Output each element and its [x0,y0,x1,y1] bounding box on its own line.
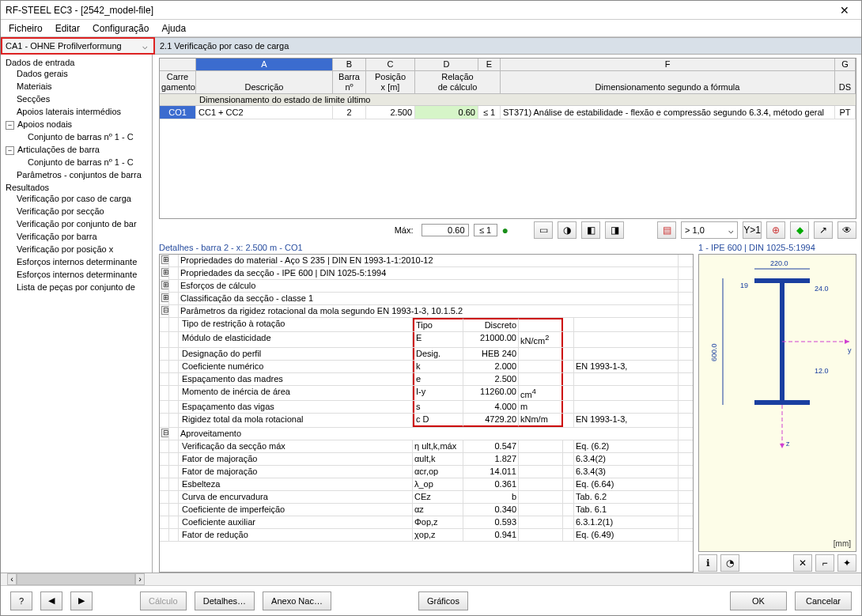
tool-icon[interactable]: ◨ [605,221,624,239]
col-head: Barranº [333,71,366,94]
tool-icon[interactable]: ⊕ [766,221,785,239]
svg-text:24.0: 24.0 [815,285,829,293]
window-title: RF-STEEL EC3 - [2542_model-file] [6,5,833,16]
tree-item[interactable]: Lista de peças por conjunto de [17,281,150,293]
expand-icon[interactable]: ⊟ [161,306,169,315]
tree-item[interactable]: Parâmetros - conjuntos de barra [17,168,150,181]
unit-label: [mm] [834,539,851,548]
eye-icon[interactable]: 👁 [837,221,856,239]
grid-data-row[interactable]: CO1 CC1 + CC2 2 2.500 0.60 ≤ 1 ST371) An… [160,106,856,119]
tree-item[interactable]: Conjunto de barras nº 1 - C [28,156,150,168]
details-row[interactable]: Tipo de restrição à rotaçãoTipoDiscreto [160,318,693,332]
tree-item[interactable]: Conjunto de barras nº 1 - C [28,130,150,143]
expand-icon[interactable]: ⊞ [161,281,169,289]
tool-icon[interactable]: ◑ [558,221,577,239]
details-row[interactable]: Espaçamento das madrese2.500 [160,373,693,386]
tool-icon[interactable]: Y>1 [743,221,762,239]
nav-tree[interactable]: Dados de entrada Dados gerais Materiais … [1,55,153,573]
collapse-icon[interactable]: − [6,121,14,130]
grid-toolbar: Máx: 0.60 ≤ 1 ● ▭ ◑ ◧ ◨ ▤ > 1,0⌵ Y>1 ⊕ ◆… [159,219,856,241]
graphics-button[interactable]: Gráficos [418,591,468,610]
tree-item[interactable]: Apoios laterais intermédios [17,105,150,118]
col-letter: B [333,59,366,71]
menu-config[interactable]: Configuração [93,23,149,34]
details-row[interactable]: Momento de inércia de áreaI-y11260.00cm4 [160,386,693,402]
details-button[interactable]: Detalhes… [195,591,255,610]
details-row[interactable]: Esbeltezaλ_op0.361Eq. (6.64) [160,478,693,491]
cancel-button[interactable]: Cancelar [795,591,852,610]
tool-icon[interactable]: ◔ [720,554,739,572]
details-row[interactable]: Verificação da secção máxη ult,k,máx0.54… [160,440,693,453]
tool-icon[interactable]: ⌐ [815,554,834,572]
tree-item[interactable]: Esforços internos determinante [17,268,150,281]
details-row[interactable]: Fator de reduçãoχop,z0.941Eq. (6.49) [160,529,693,542]
tree-item[interactable]: Secções [17,93,150,105]
details-row[interactable]: Coeficiente auxiliarΦop,z0.5936.3.1.2(1) [160,516,693,529]
tree-item[interactable]: Verificação por barra [17,230,150,243]
details-table[interactable]: ⊞Propriedades do material - Aço S 235 | … [159,254,694,573]
nav-prev-button[interactable]: ◀ [40,591,62,610]
tool-icon[interactable]: ▭ [534,221,553,239]
expand-icon[interactable]: ⊞ [161,293,169,302]
details-row[interactable]: Fator de majoraçãoαult,k1.8276.3.4(2) [160,453,693,466]
menu-help[interactable]: Ajuda [161,23,186,34]
annex-button[interactable]: Anexo Nac… [263,591,331,610]
expand-icon[interactable]: ⊟ [161,429,169,437]
col-letter: E [478,59,501,71]
details-row[interactable]: ⊞Propriedades da secção - IPE 600 | DIN … [160,267,693,280]
details-row[interactable]: Curva de encurvaduraCEzbTab. 6.2 [160,491,693,504]
tree-item[interactable]: Verificação por caso de carga [17,192,150,205]
ok-button[interactable]: OK [730,591,787,610]
details-row[interactable]: ⊞Propriedades do material - Aço S 235 | … [160,255,693,267]
check-ok-icon: ● [502,224,509,236]
expand-icon[interactable]: ⊞ [161,255,169,264]
tool-icon[interactable]: ◆ [790,221,809,239]
h-scrollbar[interactable]: ‹ › [1,573,861,585]
menu-file[interactable]: Ficheiro [9,23,43,34]
max-le: ≤ 1 [474,224,497,236]
tree-item[interactable]: Esforços internos determinante [17,255,150,268]
calc-button[interactable]: Cálculo [140,591,187,610]
details-row[interactable]: Coeficiente numéricok2.000EN 1993-1-3, [160,361,693,373]
details-row[interactable]: ⊟Parâmetros da rigidez rotacional da mol… [160,305,693,318]
details-row[interactable]: Fator de majoraçãoαcr,op14.0116.3.4(3) [160,466,693,478]
details-row[interactable]: ⊞Esforços de cálculo [160,280,693,293]
help-button[interactable]: ? [10,591,32,610]
details-row[interactable]: Coeficiente de imperfeiçãoαz0.340Tab. 6.… [160,504,693,516]
tree-item[interactable]: Dados gerais [17,67,150,80]
tree-item[interactable]: Materiais [17,80,150,93]
svg-text:z: z [786,440,790,448]
filter-icon[interactable]: ▤ [657,221,676,239]
results-grid[interactable]: A B C D E F G Carregamento Descrição Bar… [159,58,856,219]
filter-select[interactable]: > 1,0⌵ [681,221,738,239]
section-preview[interactable]: 220.0 600.0 19 24.0 12.0 y z [698,254,856,552]
design-case-value: CA1 - OHNE Profilverformung [6,41,139,51]
nav-next-button[interactable]: ▶ [70,591,93,610]
details-row[interactable]: ⊟Aproveitamento [160,428,693,440]
menu-edit[interactable]: Editar [55,23,80,34]
svg-text:600.0: 600.0 [710,343,718,361]
details-row[interactable]: Rigidez total da mola rotacionalc D4729.… [160,414,693,428]
tree-item[interactable]: Verificação por conjunto de bar [17,217,150,230]
col-letter [160,59,196,71]
tree-node[interactable]: −Articulações de barra [6,143,150,156]
tool-icon[interactable]: ✦ [837,554,856,572]
close-icon[interactable]: ✕ [833,4,856,17]
col-letter: D [415,59,478,71]
svg-marker-14 [780,444,784,448]
tree-item[interactable]: Verificação por secção [17,205,150,217]
tree-item[interactable]: Verificação por posição x [17,243,150,255]
details-row[interactable]: Designação do perfilDesig.HEB 240 [160,348,693,361]
details-row[interactable]: Espaçamento das vigass4.000m [160,401,693,414]
expand-icon[interactable]: ⊞ [161,268,169,277]
tree-node[interactable]: −Apoios nodais [6,118,150,130]
details-row[interactable]: ⊞Classificação da secção - classe 1 [160,293,693,305]
tool-icon[interactable]: ↗ [814,221,833,239]
tool-icon[interactable]: ◧ [581,221,600,239]
details-row[interactable]: Módulo de elasticidadeE21000.00kN/cm2 [160,332,693,348]
cell-le: ≤ 1 [478,106,501,119]
tool-icon[interactable]: ✕ [793,554,812,572]
collapse-icon[interactable]: − [6,146,14,155]
info-icon[interactable]: ℹ [698,554,717,572]
design-case-combo[interactable]: CA1 - OHNE Profilverformung ⌵ [1,37,155,55]
